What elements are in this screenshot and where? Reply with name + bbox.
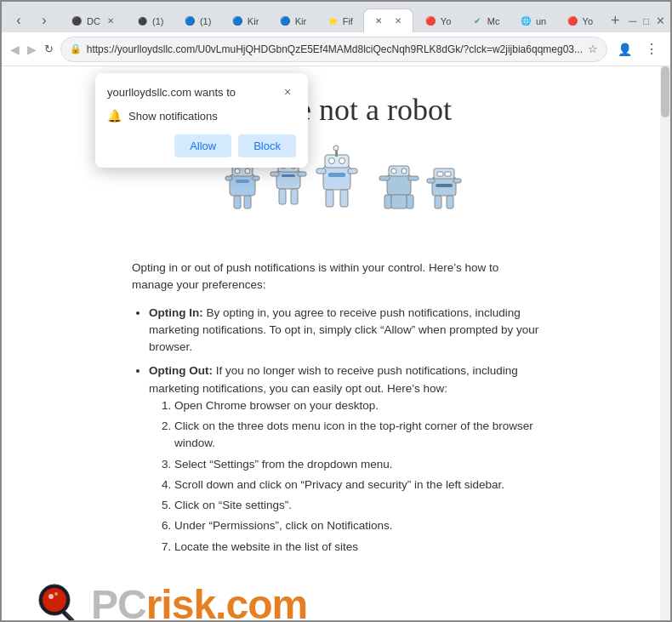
popup-notification-row: 🔔 Show notifications [107, 109, 296, 123]
forward-button[interactable]: › [32, 9, 56, 32]
tab-dc-icon: ⚫ [71, 15, 83, 27]
svg-point-52 [54, 592, 58, 596]
svg-rect-28 [348, 168, 357, 174]
tab-1-icon: ⚫ [136, 15, 148, 27]
pcrisk-logo-area: PCrisk.com [36, 573, 636, 620]
tab-un-icon: 🌐 [520, 15, 532, 27]
step-2: Click on the three dots menu icon in the… [174, 418, 540, 453]
tab-mc-icon: ✔ [471, 15, 483, 27]
svg-rect-31 [387, 174, 411, 195]
svg-point-50 [43, 588, 66, 612]
svg-rect-37 [379, 176, 390, 180]
step-7: Locate the website in the list of sites [174, 539, 540, 556]
svg-rect-15 [282, 174, 295, 177]
svg-rect-27 [316, 168, 326, 174]
profile-button[interactable]: 👤 [612, 37, 636, 61]
toolbar: ◀ ▶ ↻ 🔒 https://yourlloydsllc.com/U0vLmu… [2, 32, 670, 66]
address-bar[interactable]: 🔒 https://yourlloydsllc.com/U0vLmuHjQHDG… [60, 37, 607, 62]
lock-icon: 🔒 [70, 43, 82, 54]
svg-rect-38 [408, 176, 419, 180]
allow-button[interactable]: Allow [174, 134, 231, 157]
tab-yo2-icon: 🔴 [567, 15, 578, 27]
om-text: . [215, 582, 225, 620]
reload-button[interactable]: ↻ [43, 37, 55, 61]
browser-window: ‹ › ⚫ DC ✕ ⚫ (1) 🔵 (1) 🔵 Kir 🔵 Kir ⭐ Fif [0, 0, 672, 622]
svg-rect-17 [291, 189, 298, 204]
forward-nav-button[interactable]: ▶ [26, 37, 37, 61]
scrollbar-thumb[interactable] [661, 66, 669, 117]
svg-rect-0 [230, 174, 255, 196]
svg-rect-6 [244, 196, 251, 208]
svg-rect-20 [323, 166, 350, 190]
back-button[interactable]: ‹ [7, 9, 31, 32]
opting-in-bold: Opting In: [149, 306, 203, 319]
menu-button[interactable]: ⋮ [640, 37, 663, 61]
page-area: yourlloydsllc.com wants to × 🔔 Show noti… [2, 66, 670, 620]
svg-rect-5 [234, 196, 241, 208]
tab-kir1-icon: 🔵 [231, 15, 243, 27]
popup-buttons: Allow Block [107, 134, 296, 157]
toolbar-right: 👤 ⋮ [612, 37, 663, 61]
maximize-button[interactable]: □ [643, 16, 649, 26]
svg-rect-36 [407, 195, 413, 208]
tab-active-close[interactable]: ✕ [392, 15, 404, 27]
svg-rect-18 [271, 172, 279, 176]
page-bullets: Opting In: By opting in, you agree to re… [149, 305, 540, 556]
tab-2-label: (1) [200, 16, 211, 26]
tab-dc[interactable]: ⚫ DC ✕ [61, 9, 125, 32]
com-text: com [225, 582, 307, 620]
tab-1-label: (1) [152, 16, 163, 26]
new-tab-button[interactable]: + [604, 9, 628, 32]
tab-yo1[interactable]: 🔴 Yo [415, 9, 460, 32]
step-6: Under “Permissions”, click on Notificati… [174, 517, 540, 534]
page-body: Opting in or out of push notifications i… [132, 260, 540, 556]
step-1: Open Chrome browser on your desktop. [174, 397, 540, 414]
svg-rect-25 [326, 190, 333, 207]
tab-active[interactable]: ✕ ✕ [363, 9, 413, 32]
tab-2-icon: 🔵 [184, 15, 196, 27]
tab-yo2-label: Yo [583, 16, 593, 26]
svg-rect-4 [236, 180, 249, 183]
svg-rect-42 [437, 172, 443, 176]
tab-fif-label: Fif [343, 16, 353, 26]
minimize-button[interactable]: ─ [629, 14, 636, 27]
svg-point-23 [339, 158, 345, 164]
svg-point-51 [48, 594, 54, 599]
opting-out-bold: Opting Out: [149, 364, 213, 377]
tab-active-icon: ✕ [373, 15, 384, 27]
svg-rect-11 [276, 170, 300, 189]
tab-yo2[interactable]: 🔴 Yo [557, 9, 602, 32]
tab-mc[interactable]: ✔ Mc [462, 9, 509, 32]
svg-point-33 [391, 168, 396, 174]
tab-2[interactable]: 🔵 (1) [174, 9, 220, 32]
svg-point-34 [401, 168, 407, 174]
address-text: https://yourlloydsllc.com/U0vLmuHjQHDGbn… [87, 43, 583, 55]
popup-header: yourlloydsllc.com wants to × [107, 83, 296, 100]
svg-rect-48 [453, 179, 461, 183]
block-button[interactable]: Block [238, 134, 296, 157]
scrollbar[interactable] [660, 66, 670, 620]
svg-rect-19 [298, 172, 306, 176]
close-window-button[interactable]: ✕ [656, 14, 665, 27]
bell-icon: 🔔 [107, 109, 122, 123]
pc-text: PC [91, 582, 146, 620]
tab-1[interactable]: ⚫ (1) [127, 9, 173, 32]
tab-kir2[interactable]: 🔵 Kir [270, 9, 316, 32]
bookmark-star-icon[interactable]: ☆ [588, 43, 598, 55]
tab-un[interactable]: 🌐 un [510, 9, 555, 32]
tab-fif[interactable]: ⭐ Fif [317, 9, 362, 32]
svg-point-3 [245, 168, 250, 174]
back-nav-button[interactable]: ◀ [9, 37, 20, 61]
opting-in-text: By opting in, you agree to receive push … [149, 306, 538, 354]
popup-close-button[interactable]: × [279, 83, 296, 100]
risk-text: risk [146, 582, 215, 620]
popup-title: yourlloydsllc.com wants to [107, 86, 236, 99]
steps-list: Open Chrome browser on your desktop. Cli… [174, 397, 540, 556]
step-5: Click on “Site settings”. [174, 497, 540, 514]
tab-kir1[interactable]: 🔵 Kir [222, 9, 268, 32]
tab-yo1-icon: 🔴 [424, 15, 436, 27]
pcrisk-logo-icon [36, 581, 83, 620]
svg-rect-45 [435, 196, 441, 208]
tab-dc-close[interactable]: ✕ [105, 15, 117, 27]
svg-rect-35 [384, 195, 391, 208]
